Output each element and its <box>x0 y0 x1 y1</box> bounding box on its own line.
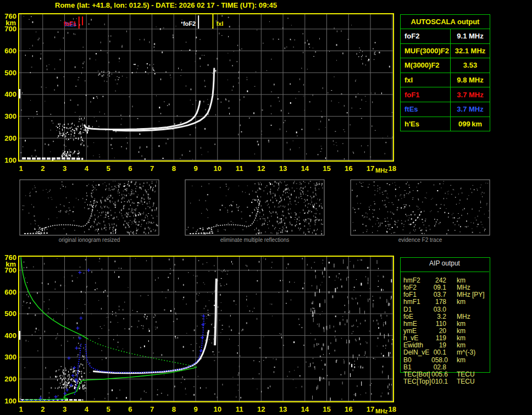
svg-text:1: 1 <box>19 405 23 413</box>
aip-row-extra <box>472 320 490 328</box>
svg-text:500: 500 <box>4 309 16 318</box>
aip-row-unit <box>446 364 472 371</box>
mini-panel-border <box>20 180 159 235</box>
aip-row-unit: m^(-3) <box>446 349 472 356</box>
svg-text:11: 11 <box>236 164 243 173</box>
aip-row-extra <box>472 306 490 313</box>
aip-row-value: 02.8 <box>431 364 446 371</box>
aip-row-label: TEC[Top] <box>403 378 431 385</box>
autoscala-table-title: AUTOSCALA output <box>401 15 490 29</box>
aip-row-extra <box>472 298 490 306</box>
aip-table-title: AIP output <box>400 259 489 267</box>
aip-row: DelN_vE00.1m^(-3) <box>403 349 490 356</box>
aip-row: hmF1178km <box>403 298 490 306</box>
autoscala-row: fxI9.8 MHz <box>401 73 490 88</box>
aip-row: hmE110km <box>403 320 490 328</box>
svg-text:200: 200 <box>4 134 16 142</box>
aip-rows: hmF2242kmfoF209.1MHzfoF103.7MHz[PY]hmF11… <box>403 277 490 385</box>
top-ionogram-grid <box>19 14 394 161</box>
top-ionogram: 760700600500400300200100km12345678910111… <box>4 12 396 174</box>
svg-text:16: 16 <box>345 405 352 413</box>
aip-row-unit: km <box>446 320 472 328</box>
svg-text:7: 7 <box>150 405 154 413</box>
marker-label-foF2: foF2 <box>183 20 196 27</box>
svg-text:600: 600 <box>4 47 16 55</box>
svg-text:10: 10 <box>214 405 221 413</box>
svg-text:MHz: MHz <box>375 167 388 174</box>
svg-text:11: 11 <box>236 405 243 413</box>
svg-text:14: 14 <box>301 164 309 173</box>
autoscala-row-label: ftEs <box>401 102 451 117</box>
svg-text:13: 13 <box>279 405 287 413</box>
aip-row-value: 178 <box>431 298 446 306</box>
panel-caption-evidence: evidence F2 trace <box>351 237 490 243</box>
aip-row: B0058.0km <box>403 357 490 364</box>
aip-row-label: B0 <box>403 357 431 364</box>
svg-text:17: 17 <box>367 164 374 173</box>
svg-text:9: 9 <box>193 164 197 173</box>
autoscala-row: foF13.7 MHz <box>401 87 490 102</box>
svg-text:500: 500 <box>4 69 16 77</box>
svg-text:100: 100 <box>4 156 16 164</box>
aip-row-label: B1 <box>403 364 431 371</box>
bottom-ionogram-axis-labels: 760700600500400300200100km12345678910111… <box>4 253 396 415</box>
autoscala-row-label: foF2 <box>401 29 451 43</box>
autoscala-row-label: foF1 <box>401 87 451 102</box>
mini-panel-noise <box>352 181 489 235</box>
panel-caption-eliminate: eliminate multiple reflections <box>185 237 324 243</box>
autoscala-table: AUTOSCALA output foF29.1 MHzMUF(3000)F23… <box>400 14 490 131</box>
svg-text:600: 600 <box>4 288 16 296</box>
mini-panel-1 <box>20 180 159 235</box>
aip-row: B102.8 <box>403 364 490 371</box>
mini-panel-noise <box>186 181 323 235</box>
svg-text:7: 7 <box>150 164 154 173</box>
svg-text:2: 2 <box>41 405 45 413</box>
aip-row-unit: km <box>446 298 472 306</box>
svg-text:18: 18 <box>389 405 396 413</box>
svg-text:15: 15 <box>323 164 330 173</box>
autoscala-row-value: 9.1 MHz <box>451 29 490 43</box>
svg-text:17: 17 <box>367 405 374 413</box>
autoscala-row-label: M(3000)F2 <box>401 58 451 73</box>
svg-text:13: 13 <box>279 164 287 173</box>
aip-row: TEC[Bot]005.6TECU <box>403 371 490 378</box>
svg-text:2: 2 <box>41 164 45 173</box>
top-ionogram-traces <box>22 68 214 159</box>
svg-text:1: 1 <box>19 164 23 173</box>
aip-row: foE3.2MHz <box>403 313 490 320</box>
mini-panel-3 <box>351 180 490 235</box>
svg-text:8: 8 <box>172 405 176 413</box>
aip-row-unit: TECU <box>446 378 472 385</box>
svg-text:400: 400 <box>4 90 16 98</box>
mini-panel-border <box>185 180 324 235</box>
aip-row-value: 03.0 <box>431 306 446 313</box>
autoscala-row: h'Es099km <box>401 117 490 131</box>
svg-text:3: 3 <box>63 405 66 413</box>
svg-text:18: 18 <box>389 164 396 173</box>
aip-row-extra <box>472 364 490 371</box>
mini-panel-2 <box>185 180 324 235</box>
aip-row-label: DelN_vE <box>403 349 431 356</box>
svg-text:12: 12 <box>257 405 265 413</box>
autoscala-row-value: 3.7 MHz <box>451 102 490 117</box>
bottom-ionogram-cross-markers <box>39 269 206 400</box>
aip-row-label: foE <box>403 313 431 320</box>
aip-row-extra <box>472 349 490 356</box>
aip-row-unit: km <box>446 357 472 364</box>
aip-row-extra <box>472 378 490 385</box>
aip-row-extra <box>472 277 490 284</box>
svg-text:12: 12 <box>257 164 265 173</box>
autoscala-row-value: 9.8 MHz <box>451 73 490 87</box>
svg-text:km: km <box>5 19 16 27</box>
svg-text:6: 6 <box>128 164 132 173</box>
svg-text:16: 16 <box>345 164 352 173</box>
aip-row-extra <box>472 371 490 378</box>
top-ionogram-axis-labels: 760700600500400300200100km12345678910111… <box>4 12 396 174</box>
svg-text:3: 3 <box>63 164 66 173</box>
aip-row-label: hmE <box>403 320 431 328</box>
aip-row-unit: TECU <box>446 371 472 378</box>
aip-row: TEC[Top]010.1TECU <box>403 378 490 385</box>
svg-text:9: 9 <box>193 405 197 413</box>
aip-row-value: 010.1 <box>431 378 446 385</box>
mini-panel-noise <box>22 181 158 235</box>
